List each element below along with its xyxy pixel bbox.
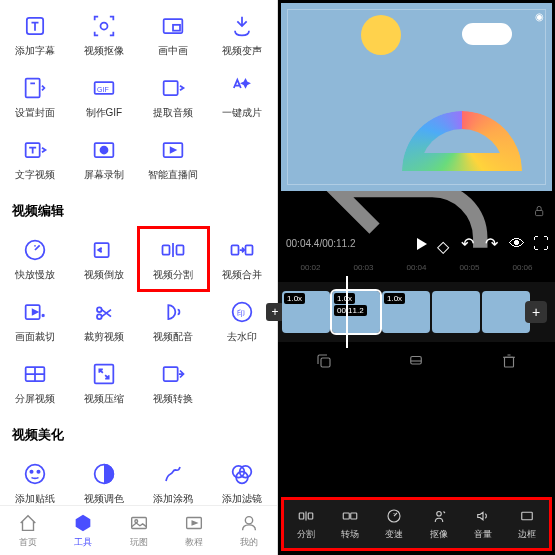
svg-point-19 xyxy=(97,307,102,312)
trim-icon xyxy=(90,298,118,326)
filter-icon xyxy=(228,460,256,488)
fullscreen-icon[interactable]: ⛶ xyxy=(533,235,547,253)
tool-text[interactable]: 添加字幕 xyxy=(0,4,69,66)
editor-tool-border[interactable]: 边框 xyxy=(505,500,549,548)
tool-label: 视频变声 xyxy=(222,44,262,58)
tool-label: 屏幕录制 xyxy=(84,168,124,182)
section-beauty-title: 视频美化 xyxy=(0,418,277,448)
svg-rect-42 xyxy=(308,513,313,519)
tool-live[interactable]: 智能直播间 xyxy=(139,128,208,190)
speed-icon xyxy=(21,236,49,264)
tool-label: 画面裁切 xyxy=(15,330,55,344)
tool-voice[interactable]: 视频变声 xyxy=(208,4,277,66)
tool-crop[interactable]: 画面裁切 xyxy=(0,290,69,352)
svg-rect-17 xyxy=(246,245,253,254)
nav-label: 玩图 xyxy=(130,536,148,549)
tool-split[interactable]: 视频分割 xyxy=(139,228,208,290)
video-preview[interactable]: ◉ xyxy=(281,3,552,191)
right-panel: ◉ 00:04.4/00:11.2 ◇ ↶ ↷ 👁 ⛶ 00:0200:0300… xyxy=(278,0,555,555)
tools-scroll: 添加字幕视频抠像画中画视频变声设置封面GIF制作GIF提取音频一键成片文字视频屏… xyxy=(0,0,277,555)
clip-2[interactable]: 1.0x00:11.2 xyxy=(332,291,380,333)
tool-label: 视频配音 xyxy=(153,330,193,344)
keyframe-icon[interactable]: ◇ xyxy=(437,237,451,251)
section-edit-title: 视频编辑 xyxy=(0,194,277,224)
tool-gif[interactable]: GIF制作GIF xyxy=(69,66,138,128)
dub-icon xyxy=(159,298,187,326)
split-icon xyxy=(159,236,187,264)
editor-tool-split[interactable]: 分割 xyxy=(284,500,328,548)
play-button[interactable] xyxy=(417,238,427,250)
tool-convert[interactable]: 视频转换 xyxy=(139,352,208,414)
svg-point-34 xyxy=(134,520,137,523)
undo2-icon[interactable]: ↶ xyxy=(461,234,475,253)
cover-icon xyxy=(21,74,49,102)
editor-tool-speed[interactable]: 变速 xyxy=(372,500,416,548)
tool-split-screen[interactable]: 分屏视频 xyxy=(0,352,69,414)
merge-icon xyxy=(228,236,256,264)
svg-rect-38 xyxy=(321,358,330,367)
tool-label: 提取音频 xyxy=(153,106,193,120)
eye-icon[interactable]: 👁 xyxy=(509,235,523,253)
tool-label: 裁剪视频 xyxy=(84,330,124,344)
delete-icon[interactable] xyxy=(500,352,518,370)
clip-1[interactable]: 1.0x xyxy=(282,291,330,333)
tool-compress[interactable]: 视频压缩 xyxy=(69,352,138,414)
svg-rect-44 xyxy=(351,513,357,519)
tool-label: 一键成片 xyxy=(222,106,262,120)
text-video-icon xyxy=(21,136,49,164)
editor-tool-label: 边框 xyxy=(518,528,536,541)
layer-icon[interactable] xyxy=(407,352,425,370)
tool-pip[interactable]: 画中画 xyxy=(139,4,208,66)
convert-icon xyxy=(159,360,187,388)
nav-profile[interactable]: 我的 xyxy=(222,506,277,555)
tool-label: 分屏视频 xyxy=(15,392,55,406)
clip-3[interactable]: 1.0x xyxy=(382,291,430,333)
nav-tutorial[interactable]: 教程 xyxy=(166,506,221,555)
nav-home[interactable]: 首页 xyxy=(0,506,55,555)
tool-label: 设置封面 xyxy=(15,106,55,120)
tool-merge[interactable]: 视频合并 xyxy=(208,228,277,290)
editor-tool-volume[interactable]: 音量 xyxy=(461,500,505,548)
svg-rect-33 xyxy=(131,518,146,529)
tool-reverse[interactable]: 视频倒放 xyxy=(69,228,138,290)
tool-magic[interactable]: 一键成片 xyxy=(208,66,277,128)
editor-tool-label: 变速 xyxy=(385,528,403,541)
tool-label: 视频转换 xyxy=(153,392,193,406)
lock-icon[interactable] xyxy=(533,203,545,219)
transition-icon xyxy=(341,507,359,525)
clip-4[interactable] xyxy=(432,291,480,333)
tool-dub[interactable]: 视频配音 xyxy=(139,290,208,352)
tool-record[interactable]: 屏幕录制 xyxy=(69,128,138,190)
rec-icon: ◉ xyxy=(535,11,544,22)
editor-tool-transition[interactable]: 转场 xyxy=(328,500,372,548)
tool-trim[interactable]: 裁剪视频 xyxy=(69,290,138,352)
svg-point-46 xyxy=(436,512,441,517)
tool-label: 添加涂鸦 xyxy=(153,492,193,506)
add-clip-button[interactable]: + xyxy=(525,301,547,323)
svg-text:GIF: GIF xyxy=(97,86,109,93)
playhead[interactable] xyxy=(346,276,348,348)
nav-label: 我的 xyxy=(240,536,258,549)
editor-tool-label: 分割 xyxy=(297,528,315,541)
copy-icon[interactable] xyxy=(315,352,333,370)
svg-point-10 xyxy=(100,147,107,154)
clip-5[interactable] xyxy=(482,291,530,333)
nav-image[interactable]: 玩图 xyxy=(111,506,166,555)
svg-point-1 xyxy=(100,23,107,30)
tool-speed[interactable]: 快放慢放 xyxy=(0,228,69,290)
svg-rect-39 xyxy=(411,357,422,365)
editor-tool-cutout[interactable]: 抠像 xyxy=(417,500,461,548)
redo-icon[interactable]: ↷ xyxy=(485,234,499,253)
editor-tool-label: 抠像 xyxy=(430,528,448,541)
tool-watermark[interactable]: 印去水印 xyxy=(208,290,277,352)
nav-label: 首页 xyxy=(19,536,37,549)
nav-tools[interactable]: 工具 xyxy=(55,506,110,555)
tool-focus[interactable]: 视频抠像 xyxy=(69,4,138,66)
tool-cover[interactable]: 设置封面 xyxy=(0,66,69,128)
svg-rect-40 xyxy=(504,357,513,367)
svg-rect-24 xyxy=(95,365,114,384)
timeline[interactable]: + 1.0x 1.0x00:11.2 1.0x + xyxy=(278,282,555,342)
editor-tool-label: 转场 xyxy=(341,528,359,541)
tool-text-video[interactable]: 文字视频 xyxy=(0,128,69,190)
tool-extract[interactable]: 提取音频 xyxy=(139,66,208,128)
